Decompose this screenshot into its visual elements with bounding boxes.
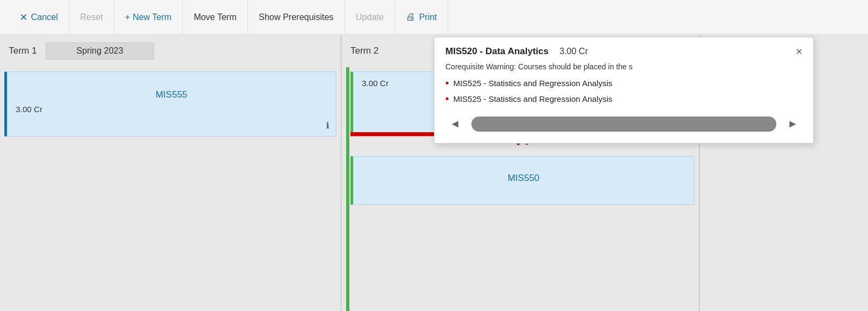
new-term-button[interactable]: + New Term xyxy=(114,0,183,35)
print-button[interactable]: 🖨 Print xyxy=(395,0,448,35)
popup-course-list: MIS525 - Statistics and Regression Analy… xyxy=(445,77,802,105)
popup-close-button[interactable]: × xyxy=(796,46,802,57)
popup-title-group: MIS520 - Data Analytics 3.00 Cr xyxy=(445,46,796,57)
term-1-column: Term 1 Spring 2023 MIS555 3.00 Cr ℹ xyxy=(0,35,342,311)
green-bar xyxy=(346,67,349,311)
term-2-label: Term 2 xyxy=(350,46,379,56)
list-item: MIS525 - Statistics and Regression Analy… xyxy=(445,93,802,105)
course-card-mis550[interactable]: MIS550 xyxy=(350,156,694,205)
popup-course-title: MIS520 - Data Analytics xyxy=(445,46,548,57)
list-item: MIS525 - Statistics and Regression Analy… xyxy=(445,77,802,89)
course-credits: 3.00 Cr xyxy=(16,105,327,114)
course-card-mis555[interactable]: MIS555 3.00 Cr ℹ xyxy=(4,72,336,137)
term-1-body: MIS555 3.00 Cr ℹ xyxy=(0,67,341,311)
popup-course-credits: 3.00 Cr xyxy=(559,47,588,56)
popup-navigation: ◄ ► xyxy=(445,115,802,132)
course-code: MIS555 xyxy=(16,89,327,100)
reset-button[interactable]: Reset xyxy=(69,0,114,35)
popup-nav-bar[interactable] xyxy=(471,116,776,132)
popup-header: MIS520 - Data Analytics 3.00 Cr × xyxy=(445,46,802,57)
term-1-name: Spring 2023 xyxy=(46,42,154,60)
cancel-icon: ✕ xyxy=(20,11,28,23)
update-button[interactable]: Update xyxy=(345,0,395,35)
move-term-button[interactable]: Move Term xyxy=(183,0,248,35)
popup-warning-text: Corequisite Warning: Courses should be p… xyxy=(445,62,802,71)
show-prereqs-button[interactable]: Show Prerequisites xyxy=(248,0,345,35)
toolbar: ✕ Cancel Reset + New Term Move Term Show… xyxy=(0,0,868,35)
course-popup: MIS520 - Data Analytics 3.00 Cr × Corequ… xyxy=(434,37,814,144)
info-icon[interactable]: ℹ xyxy=(326,120,329,131)
print-icon: 🖨 xyxy=(406,11,416,23)
popup-nav-left-button[interactable]: ◄ xyxy=(445,115,465,132)
cancel-button[interactable]: ✕ Cancel xyxy=(9,0,69,35)
course-code-mis550: MIS550 xyxy=(353,157,694,184)
popup-nav-right-button[interactable]: ► xyxy=(783,115,802,132)
term-1-header: Term 1 Spring 2023 xyxy=(0,35,341,67)
term-1-label: Term 1 xyxy=(9,46,37,56)
